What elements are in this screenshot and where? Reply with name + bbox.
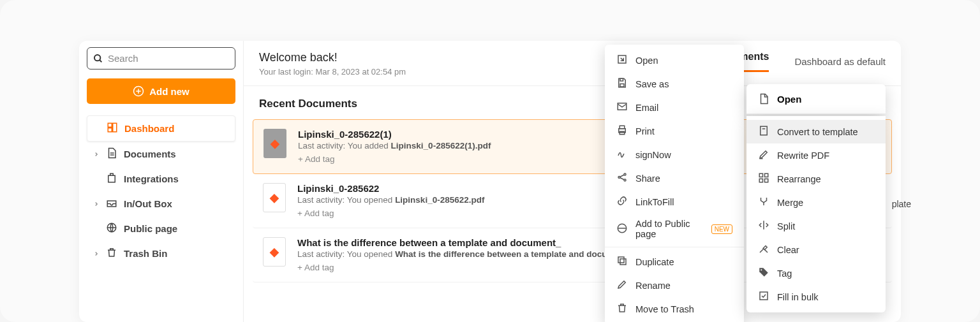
svg-rect-26 <box>620 259 626 265</box>
menu-icon <box>758 290 769 304</box>
header: Welcome back! Your last login: Mar 8, 20… <box>244 41 901 86</box>
menu-item-convert-to-template[interactable]: Convert to template <box>746 120 886 143</box>
add-tag-button[interactable]: + Add tag <box>298 154 334 164</box>
pdf-icon: ◆ <box>271 136 279 150</box>
svg-rect-10 <box>108 175 115 182</box>
document-thumbnail: ◆ <box>263 183 286 212</box>
pdf-icon: ◆ <box>270 245 279 259</box>
svg-rect-7 <box>108 128 112 132</box>
nav-icon <box>106 222 117 235</box>
menu-item-clear[interactable]: Clear <box>746 238 886 261</box>
nav-icon <box>106 247 117 260</box>
plus-circle-icon <box>133 85 144 97</box>
pdf-icon: ◆ <box>270 191 279 205</box>
svg-rect-6 <box>113 123 117 132</box>
svg-line-24 <box>620 178 624 180</box>
nav-label: Integrations <box>124 173 179 184</box>
svg-rect-28 <box>761 126 768 135</box>
menu-icon <box>616 255 628 268</box>
menu-icon <box>758 149 769 162</box>
menu-item-duplicate[interactable]: Duplicate <box>605 250 744 274</box>
menu-label: Tag <box>777 268 792 279</box>
menu-item-split[interactable]: Split <box>746 214 886 238</box>
nav-icon <box>107 122 118 135</box>
svg-line-23 <box>620 175 624 177</box>
menu-item-add-to-public-page[interactable]: Add to Public pageNEW <box>605 214 744 244</box>
menu-label: LinkToFill <box>635 197 674 207</box>
sidebar-item-dashboard[interactable]: Dashboard <box>87 115 235 142</box>
sidebar-item-documents[interactable]: Documents <box>87 142 235 166</box>
add-tag-button[interactable]: + Add tag <box>297 263 334 272</box>
menu-icon <box>758 243 769 256</box>
context-menu[interactable]: OpenSave asEmailPrintsignNowShareLinkToF… <box>605 45 744 322</box>
menu-icon <box>758 196 769 209</box>
last-login-text: Your last login: Mar 8, 2023 at 02:54 pm <box>259 67 406 77</box>
menu-label: Open <box>635 55 658 66</box>
menu-icon <box>616 54 628 67</box>
document-icon <box>758 93 769 105</box>
svg-rect-33 <box>759 179 762 182</box>
sidebar-item-integrations[interactable]: Integrations <box>87 166 235 191</box>
menu-label: Rewrite PDF <box>777 150 829 161</box>
menu-item-merge[interactable]: Merge <box>746 191 886 214</box>
svg-rect-34 <box>765 179 768 182</box>
menu-icon <box>616 302 628 316</box>
menu-item-save-as[interactable]: Save as <box>605 72 744 96</box>
menu-label: Rename <box>635 281 671 291</box>
menu-item-fill-in-bulk[interactable]: Fill in bulk <box>746 285 886 309</box>
menu-label: Print <box>635 126 655 136</box>
menu-item-rename[interactable]: Rename <box>605 274 744 297</box>
menu-item-rewrite-pdf[interactable]: Rewrite PDF <box>746 143 886 167</box>
search-container <box>87 47 235 70</box>
new-badge: NEW <box>711 224 732 234</box>
svg-point-20 <box>618 177 620 179</box>
add-tag-button[interactable]: + Add tag <box>297 209 334 218</box>
dashboard-default-link[interactable]: Dashboard as default <box>794 56 886 67</box>
submenu-header[interactable]: Open <box>746 84 886 114</box>
svg-line-1 <box>100 60 101 62</box>
submenu-header-label: Open <box>777 94 801 105</box>
menu-icon <box>616 77 628 91</box>
menu-label: Share <box>635 173 660 184</box>
menu-icon <box>616 279 628 292</box>
menu-label: Convert to template <box>777 127 858 137</box>
menu-label: Move to Trash <box>635 304 694 314</box>
menu-label: Add to Public page <box>635 219 704 239</box>
menu-icon <box>616 124 628 138</box>
nav-label: In/Out Box <box>124 198 172 209</box>
add-new-button[interactable]: Add new <box>87 78 235 104</box>
menu-item-share[interactable]: Share <box>605 166 744 190</box>
menu-item-rearrange[interactable]: Rearrange <box>746 167 886 191</box>
nav-label: Documents <box>124 149 176 159</box>
document-thumbnail: ◆ <box>264 129 286 158</box>
menu-item-linktofill[interactable]: LinkToFill <box>605 190 744 214</box>
document-thumbnail: ◆ <box>263 237 286 267</box>
menu-label: Rearrange <box>777 174 821 184</box>
menu-item-email[interactable]: Email <box>605 96 744 119</box>
sidebar-item-trash-bin[interactable]: Trash Bin <box>87 241 235 266</box>
menu-item-signnow[interactable]: signNow <box>605 143 744 166</box>
menu-icon <box>616 148 628 161</box>
svg-point-0 <box>94 55 100 61</box>
search-icon <box>93 54 103 64</box>
nav-label: Trash Bin <box>124 248 167 259</box>
chevron-right-icon <box>93 248 100 259</box>
sidebar-item-in-out-box[interactable]: In/Out Box <box>87 191 235 216</box>
menu-item-move-to-trash[interactable]: Move to Trash <box>605 297 744 321</box>
svg-rect-18 <box>620 126 625 129</box>
menu-label: Duplicate <box>635 257 674 267</box>
svg-rect-5 <box>108 123 112 127</box>
nav-icon <box>106 147 117 161</box>
svg-rect-32 <box>765 173 768 177</box>
svg-rect-31 <box>759 173 762 177</box>
sidebar-item-public-page[interactable]: Public page <box>87 216 235 241</box>
menu-item-tag[interactable]: Tag <box>746 261 886 285</box>
menu-item-open[interactable]: Open <box>605 48 744 72</box>
menu-item-print[interactable]: Print <box>605 119 744 143</box>
search-input[interactable] <box>87 47 235 70</box>
welcome-text: Welcome back! <box>259 51 406 64</box>
menu-separator <box>605 247 744 247</box>
menu-icon <box>616 195 628 209</box>
submenu[interactable]: Convert to templateRewrite PDFRearrangeM… <box>746 116 886 312</box>
nav-label: Public page <box>124 223 177 234</box>
